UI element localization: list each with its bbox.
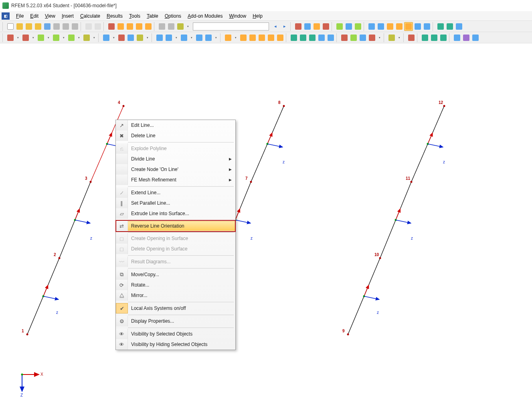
iso-view-button[interactable] <box>317 33 326 42</box>
dropdown-arrow-icon[interactable]: ▾ <box>15 33 21 42</box>
member-tool-button[interactable] <box>36 33 45 42</box>
line-tool-button[interactable] <box>21 33 30 42</box>
menu-window[interactable]: Window <box>226 12 249 20</box>
dropdown-arrow-icon[interactable]: ▾ <box>145 33 150 42</box>
save-group-button[interactable] <box>34 22 42 31</box>
context-menu-item-local-axis-systems-on-off[interactable]: ✔Local Axis Systems on/off <box>116 303 235 313</box>
prev-button[interactable]: ◂ <box>271 22 280 31</box>
redo-button[interactable] <box>93 22 102 31</box>
dropdown-arrow-icon[interactable]: ▾ <box>213 33 219 42</box>
view-x-button[interactable] <box>340 33 349 42</box>
dropdown-arrow-icon[interactable]: ▾ <box>91 33 97 42</box>
load3-button[interactable] <box>248 33 257 42</box>
solid-tool-button[interactable] <box>67 33 76 42</box>
zoom-prev-button[interactable] <box>308 33 317 42</box>
save-button[interactable] <box>43 22 52 31</box>
menu-calculate[interactable]: Calculate <box>77 12 103 20</box>
dropdown-arrow-icon[interactable]: ▾ <box>396 33 402 42</box>
render3-button[interactable] <box>439 33 448 42</box>
view-y-button[interactable] <box>349 33 358 42</box>
tool-j-button[interactable] <box>455 22 463 31</box>
load4-button[interactable] <box>257 33 266 42</box>
section-tool-button[interactable] <box>136 33 144 42</box>
tool-d-button[interactable] <box>322 22 330 31</box>
tool-i-button[interactable] <box>445 22 454 31</box>
context-menu-item-visibility-by-hiding-selected-objects[interactable]: 👁Visibility by Hiding Selected Objects <box>116 339 235 350</box>
tool-g-button[interactable] <box>354 22 362 31</box>
load1-button[interactable] <box>224 33 233 42</box>
tool-h-button[interactable] <box>436 22 445 31</box>
print-preview-button[interactable] <box>71 22 79 31</box>
grid1-button[interactable] <box>413 22 422 31</box>
menu-insert[interactable]: Insert <box>59 12 77 20</box>
mesh-highlight-button[interactable] <box>404 22 413 31</box>
dimension-tool-button[interactable] <box>126 33 135 42</box>
find-button[interactable] <box>116 22 125 31</box>
hinge-tool-button[interactable] <box>117 33 126 42</box>
context-menu-item-rotate[interactable]: ⟳Rotate... <box>116 280 235 290</box>
opening-tool-button[interactable] <box>82 33 91 42</box>
menu-edit[interactable]: Edit <box>27 12 42 20</box>
cube5-button[interactable] <box>204 33 213 42</box>
dropdown-arrow-icon[interactable]: ▾ <box>174 33 179 42</box>
zoom-win-button[interactable] <box>299 33 307 42</box>
context-menu-item-create-node-on-line[interactable]: Create Node 'On Line'▶ <box>116 164 235 175</box>
new-view-button[interactable] <box>144 22 153 31</box>
dropdown-arrow-icon[interactable]: ▾ <box>233 33 239 42</box>
dropdown-arrow-icon[interactable]: ▾ <box>185 22 191 31</box>
mesh1-button[interactable] <box>367 22 376 31</box>
undo-button[interactable] <box>84 22 93 31</box>
extra3-button[interactable] <box>471 33 480 42</box>
dropdown-arrow-icon[interactable]: ▾ <box>76 33 82 42</box>
context-menu-item-move-copy[interactable]: ⧉Move/Copy... <box>116 269 235 280</box>
mesh3-button[interactable] <box>386 22 394 31</box>
grid2-button[interactable] <box>423 22 431 31</box>
print-button[interactable] <box>61 22 70 31</box>
context-menu-item-delete-line[interactable]: ✖Delete Line <box>116 130 235 141</box>
dropdown-arrow-icon[interactable]: ▾ <box>111 33 117 42</box>
context-menu-item-set-parallel-line[interactable]: ∥Set Parallel Line... <box>116 198 235 208</box>
menu-file[interactable]: File <box>13 12 27 20</box>
tool-b-button[interactable] <box>303 22 312 31</box>
spark-button[interactable] <box>176 22 185 31</box>
navigator-button[interactable] <box>135 22 144 31</box>
extra2-button[interactable] <box>462 33 471 42</box>
context-menu-item-divide-line[interactable]: Divide Line▶ <box>116 154 235 164</box>
persp-view-button[interactable] <box>326 33 335 42</box>
menu-add-on-modules[interactable]: Add-on Modules <box>184 12 226 20</box>
context-menu-item-visibility-by-selected-objects[interactable]: 👁Visibility by Selected Objects <box>116 329 235 339</box>
dropdown-arrow-icon[interactable]: ▾ <box>189 33 194 42</box>
extra1-button[interactable] <box>453 33 461 42</box>
zoom-all-button[interactable] <box>289 33 298 42</box>
loadcase-combo[interactable] <box>193 22 269 31</box>
tool-e-button[interactable] <box>335 22 344 31</box>
context-menu-item-extend-line[interactable]: ⟋Extend Line... <box>116 187 235 198</box>
menu-tools[interactable]: Tools <box>126 12 144 20</box>
dropdown-arrow-icon[interactable]: ▾ <box>30 33 36 42</box>
view-neg-x-button[interactable] <box>368 33 376 42</box>
view-z-button[interactable] <box>358 33 367 42</box>
open-model-button[interactable] <box>24 22 33 31</box>
render2-button[interactable] <box>430 33 439 42</box>
menu-help[interactable]: Help <box>249 12 266 20</box>
dropdown-arrow-icon[interactable]: ▾ <box>61 33 67 42</box>
arrow-tool-button[interactable] <box>407 33 416 42</box>
context-menu-item-fe-mesh-refinement[interactable]: FE Mesh Refinement▶ <box>116 175 235 185</box>
table-button[interactable] <box>158 22 166 31</box>
menu-table[interactable]: Table <box>144 12 162 20</box>
open-file-button[interactable] <box>15 22 24 31</box>
grid-button[interactable] <box>167 22 176 31</box>
mesh2-button[interactable] <box>376 22 385 31</box>
tool-a-button[interactable] <box>294 22 303 31</box>
cube1-button[interactable] <box>155 33 164 42</box>
edit-tool-button[interactable] <box>107 22 116 31</box>
tool-c-button[interactable] <box>312 22 321 31</box>
menu-view[interactable]: View <box>42 12 59 20</box>
menu-results[interactable]: Results <box>103 12 126 20</box>
support-tool-button[interactable] <box>102 33 111 42</box>
dropdown-arrow-icon[interactable]: ▾ <box>46 33 51 42</box>
zoom-select-button[interactable] <box>125 22 134 31</box>
new-file-button[interactable] <box>6 22 15 31</box>
app-menu-icon[interactable]: ◧ <box>2 12 10 20</box>
cube2-button[interactable] <box>164 33 173 42</box>
